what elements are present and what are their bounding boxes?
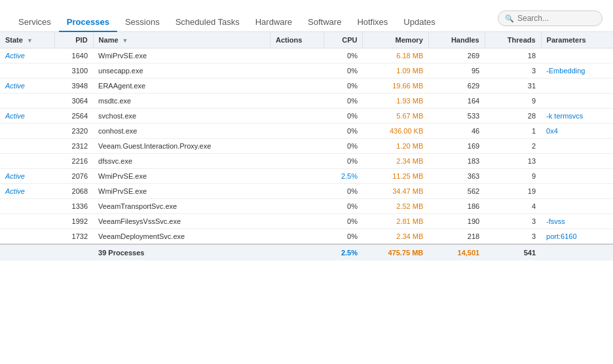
cell-name: Veeam.Guest.Interaction.Proxy.exe	[93, 139, 270, 154]
footer-empty-actions	[270, 244, 324, 261]
cell-state	[0, 229, 55, 245]
table-row: Active 2068 WmiPrvSE.exe 0% 34.47 MB 562…	[0, 184, 613, 199]
cell-actions	[270, 64, 324, 79]
cell-name: unsecapp.exe	[93, 64, 270, 79]
cell-name: VeeamFilesysVssSvc.exe	[93, 214, 270, 229]
footer-memory: 475.75 MB	[363, 244, 428, 261]
cell-state	[0, 199, 55, 214]
table-row: 3064 msdtc.exe 0% 1.93 MB 164 9	[0, 94, 613, 109]
table-header-row: State ▼ PID Name ▼ Actions CPU Memory Ha…	[0, 32, 613, 48]
cell-handles: 533	[428, 109, 485, 124]
cell-handles: 169	[428, 139, 485, 154]
cell-threads: 18	[485, 48, 541, 64]
footer-cpu: 2.5%	[324, 244, 363, 261]
cell-name: msdtc.exe	[93, 94, 270, 109]
cell-memory: 2.34 MB	[363, 154, 428, 169]
nav-tab-processes[interactable]: Processes	[59, 13, 117, 32]
footer-empty-params	[541, 244, 613, 261]
cell-state: Active	[0, 48, 55, 64]
cell-params	[541, 169, 613, 184]
nav-tab-hotfixes[interactable]: Hotfixes	[349, 13, 396, 32]
table-row: Active 2564 svchost.exe 0% 5.67 MB 533 2…	[0, 109, 613, 124]
cell-actions	[270, 184, 324, 199]
cell-cpu: 2.5%	[324, 169, 363, 184]
cell-cpu: 0%	[324, 139, 363, 154]
cell-actions	[270, 154, 324, 169]
nav-tab-software[interactable]: Software	[300, 13, 349, 32]
cell-state: Active	[0, 79, 55, 94]
search-input[interactable]	[517, 14, 595, 23]
table-row: 1732 VeeamDeploymentSvc.exe 0% 2.34 MB 2…	[0, 229, 613, 245]
footer-empty-pid	[55, 244, 93, 261]
cell-threads: 19	[485, 184, 541, 199]
table-row: Active 1640 WmiPrvSE.exe 0% 6.18 MB 269 …	[0, 48, 613, 64]
cell-handles: 46	[428, 124, 485, 139]
cell-threads: 9	[485, 94, 541, 109]
cell-handles: 629	[428, 79, 485, 94]
cell-cpu: 0%	[324, 94, 363, 109]
cell-handles: 186	[428, 199, 485, 214]
search-box[interactable]: 🔍	[498, 10, 603, 26]
table-row: 2216 dfssvc.exe 0% 2.34 MB 183 13	[0, 154, 613, 169]
cell-pid: 2216	[55, 154, 93, 169]
state-filter-icon[interactable]: ▼	[27, 37, 33, 44]
table-row: Active 3948 ERAAgent.exe 0% 19.66 MB 629…	[0, 79, 613, 94]
cell-cpu: 0%	[324, 154, 363, 169]
col-handles: Handles	[428, 32, 485, 48]
cell-cpu: 0%	[324, 48, 363, 64]
cell-state: Active	[0, 109, 55, 124]
footer-handles: 14,501	[428, 244, 485, 261]
cell-params	[541, 154, 613, 169]
cell-pid: 3100	[55, 64, 93, 79]
cell-threads: 13	[485, 154, 541, 169]
cell-handles: 562	[428, 184, 485, 199]
nav-tab-sessions[interactable]: Sessions	[117, 13, 168, 32]
table-footer-row: 39 Processes 2.5% 475.75 MB 14,501 541	[0, 244, 613, 261]
footer-threads: 541	[485, 244, 541, 261]
cell-state	[0, 64, 55, 79]
cell-actions	[270, 109, 324, 124]
cell-memory: 5.67 MB	[363, 109, 428, 124]
cell-memory: 19.66 MB	[363, 79, 428, 94]
col-pid: PID	[55, 32, 93, 48]
nav-tab-updates[interactable]: Updates	[396, 13, 443, 32]
table-row: Active 2076 WmiPrvSE.exe 2.5% 11.25 MB 3…	[0, 169, 613, 184]
name-filter-icon[interactable]: ▼	[122, 37, 128, 44]
cell-threads: 31	[485, 79, 541, 94]
cell-state: Active	[0, 184, 55, 199]
table-container: State ▼ PID Name ▼ Actions CPU Memory Ha…	[0, 32, 613, 340]
table-row: 1992 VeeamFilesysVssSvc.exe 0% 2.81 MB 1…	[0, 214, 613, 229]
cell-actions	[270, 139, 324, 154]
cell-threads: 2	[485, 139, 541, 154]
cell-threads: 28	[485, 109, 541, 124]
cell-memory: 1.93 MB	[363, 94, 428, 109]
cell-pid: 3064	[55, 94, 93, 109]
cell-memory: 11.25 MB	[363, 169, 428, 184]
cell-memory: 436.00 KB	[363, 124, 428, 139]
nav-tab-hardware[interactable]: Hardware	[248, 13, 300, 32]
cell-state	[0, 214, 55, 229]
cell-pid: 2076	[55, 169, 93, 184]
cell-cpu: 0%	[324, 64, 363, 79]
table-body: Active 1640 WmiPrvSE.exe 0% 6.18 MB 269 …	[0, 48, 613, 245]
cell-threads: 3	[485, 229, 541, 245]
cell-name: WmiPrvSE.exe	[93, 184, 270, 199]
cell-params	[541, 139, 613, 154]
cell-params	[541, 184, 613, 199]
nav-tab-scheduled-tasks[interactable]: Scheduled Tasks	[168, 13, 248, 32]
cell-memory: 2.81 MB	[363, 214, 428, 229]
cell-actions	[270, 214, 324, 229]
cell-cpu: 0%	[324, 109, 363, 124]
cell-name: svchost.exe	[93, 109, 270, 124]
nav-tab-services[interactable]: Services	[10, 13, 59, 32]
cell-handles: 269	[428, 48, 485, 64]
cell-memory: 1.20 MB	[363, 139, 428, 154]
cell-pid: 2564	[55, 109, 93, 124]
cell-pid: 1732	[55, 229, 93, 245]
cell-state: Active	[0, 169, 55, 184]
cell-threads: 9	[485, 169, 541, 184]
cell-pid: 2312	[55, 139, 93, 154]
cell-state	[0, 124, 55, 139]
cell-actions	[270, 94, 324, 109]
cell-threads: 3	[485, 64, 541, 79]
